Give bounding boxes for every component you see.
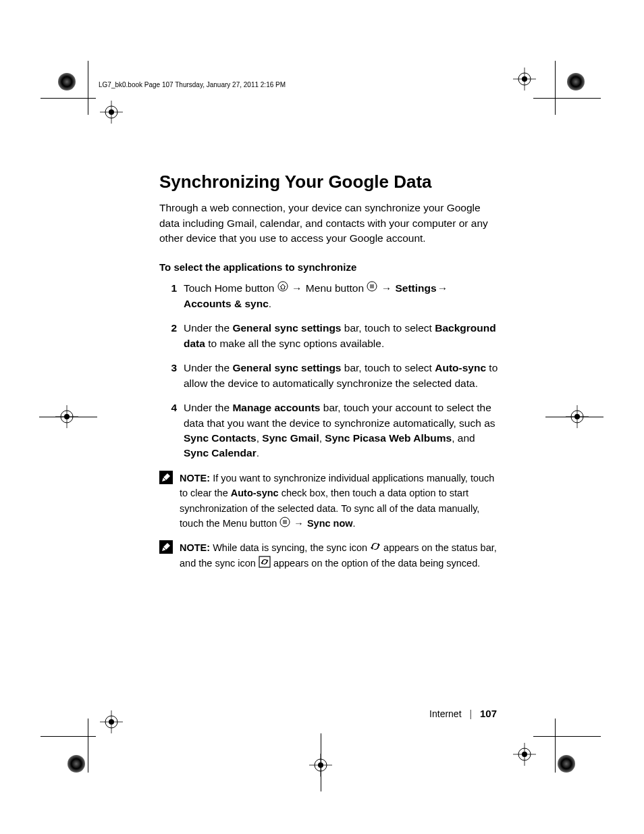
step-body: Under the General sync settings bar, tou…: [184, 361, 498, 391]
bold-text: Settings: [395, 282, 436, 294]
step-number: 4: [159, 400, 184, 461]
bold-text: General sync settings: [232, 322, 341, 334]
intro-paragraph: Through a web connection, your device ca…: [159, 201, 498, 246]
arrow-icon: →: [381, 281, 393, 296]
text: Menu button: [306, 282, 367, 294]
text: While data is syncing, the sync icon: [210, 542, 370, 553]
arrow-icon: →: [291, 281, 303, 296]
page-footer: Internet | 107: [429, 708, 497, 719]
content-area: Synchronizing Your Google Data Through a…: [159, 172, 498, 581]
svg-rect-37: [259, 556, 270, 567]
svg-point-28: [278, 282, 288, 291]
registration-disc-icon: [58, 73, 76, 90]
registration-disc-icon: [68, 755, 85, 773]
page: LG7_bk0.book Page 107 Thursday, January …: [0, 0, 644, 834]
section-subheading: To select the applications to synchroniz…: [159, 261, 498, 273]
page-number: 107: [480, 708, 497, 719]
note-label: NOTE:: [180, 542, 210, 553]
note-body: NOTE: While data is syncing, the sync ic…: [180, 540, 498, 573]
text: , and: [452, 432, 475, 444]
registration-mark-icon: [100, 710, 123, 733]
bold-text: General sync settings: [232, 362, 341, 373]
pencil-note-icon: [159, 471, 173, 484]
step-1: 1 Touch Home button → Menu button → Sett…: [159, 281, 498, 312]
text: Under the: [184, 322, 232, 334]
crop-line: [39, 417, 97, 417]
text: .: [257, 447, 259, 459]
step-number: 3: [159, 361, 184, 391]
registration-mark-icon: [100, 101, 123, 124]
menu-icon: [367, 281, 377, 296]
registration-mark-icon: [513, 68, 536, 90]
note-label: NOTE:: [180, 473, 210, 484]
bold-text: Accounts & sync: [184, 298, 269, 309]
text: .: [269, 298, 271, 309]
arrow-icon: →: [293, 516, 304, 531]
step-body: Touch Home button → Menu button → Settin…: [184, 281, 498, 312]
text: bar, touch to select: [341, 322, 435, 334]
sync-icon: [370, 541, 381, 556]
step-number: 1: [159, 281, 184, 312]
crop-line: [555, 719, 556, 773]
text: to make all the sync options available.: [205, 338, 384, 349]
steps-list: 1 Touch Home button → Menu button → Sett…: [159, 281, 498, 461]
step-body: Under the General sync settings bar, tou…: [184, 321, 498, 351]
bold-text: Sync Contacts: [184, 432, 257, 444]
registration-mark-icon: [513, 743, 536, 766]
step-4: 4 Under the Manage accounts bar, touch y…: [159, 400, 498, 461]
registration-disc-icon: [558, 755, 575, 773]
home-icon: [277, 281, 288, 296]
bold-text: Sync Picasa Web Albums: [325, 432, 452, 444]
crop-line: [88, 719, 88, 773]
note-1: NOTE: If you want to synchronize individ…: [159, 471, 498, 532]
footer-section: Internet: [429, 708, 461, 719]
bold-text: Sync now: [307, 518, 353, 529]
text: Under the: [184, 362, 232, 373]
step-number: 2: [159, 321, 184, 351]
bold-text: Auto-sync: [231, 488, 279, 498]
note-2: NOTE: While data is syncing, the sync ic…: [159, 540, 498, 573]
note-icon-column: [159, 540, 180, 573]
crop-line: [545, 417, 603, 417]
menu-icon: [279, 517, 290, 531]
crop-line: [555, 61, 556, 115]
note-body: NOTE: If you want to synchronize individ…: [180, 471, 498, 532]
crop-line: [533, 736, 601, 737]
text: bar, touch to select: [341, 362, 435, 373]
crop-line: [533, 98, 601, 99]
crop-line: [321, 733, 321, 791]
pencil-note-icon: [159, 540, 173, 554]
text: .: [353, 518, 356, 529]
footer-separator: |: [464, 708, 477, 719]
bold-text: Manage accounts: [232, 402, 320, 413]
bold-text: Sync Gmail: [262, 432, 319, 444]
text: ,: [257, 432, 263, 444]
sync-box-icon: [259, 556, 271, 572]
text: appears on the option of the data being …: [273, 558, 480, 569]
text: Touch Home button: [184, 282, 277, 294]
page-title: Synchronizing Your Google Data: [159, 172, 498, 192]
source-header-line: LG7_bk0.book Page 107 Thursday, January …: [99, 81, 286, 88]
step-2: 2 Under the General sync settings bar, t…: [159, 321, 498, 351]
arrow-icon: →: [437, 281, 449, 296]
step-body: Under the Manage accounts bar, touch you…: [184, 400, 498, 461]
crop-line: [88, 61, 88, 115]
bold-text: Sync Calendar: [184, 447, 257, 459]
note-icon-column: [159, 471, 180, 532]
registration-disc-icon: [567, 73, 585, 90]
text: Under the: [184, 402, 232, 413]
bold-text: Auto-sync: [435, 362, 486, 373]
step-3: 3 Under the General sync settings bar, t…: [159, 361, 498, 391]
